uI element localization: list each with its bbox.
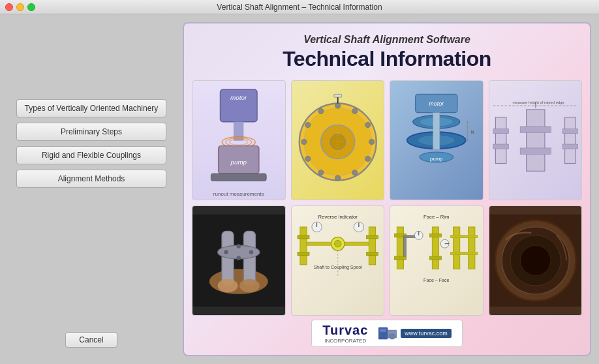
svg-rect-90 — [429, 234, 441, 237]
bearing-diagram: motor pump ht — [390, 80, 484, 200]
photo-svg — [192, 206, 285, 315]
content-title: Technical Information — [283, 47, 491, 71]
svg-point-17 — [335, 175, 340, 181]
svg-point-103 — [520, 245, 550, 275]
svg-rect-82 — [397, 227, 403, 269]
svg-point-62 — [237, 245, 241, 249]
svg-point-12 — [352, 108, 357, 114]
content-subtitle: Vertical Shaft Alignment Software — [303, 34, 470, 46]
tech-drawing-svg: measure height of raised edge — [489, 81, 582, 200]
svg-rect-105 — [380, 329, 386, 332]
svg-text:motor: motor — [230, 94, 247, 101]
window-title: Vertical Shaft Alignment – Technical Inf… — [217, 3, 382, 12]
preliminary-button[interactable]: Preliminary Steps — [16, 123, 166, 141]
svg-rect-89 — [432, 227, 438, 269]
svg-rect-68 — [298, 252, 309, 256]
diagram-grid: motor pump runout measurements — [192, 80, 582, 316]
coupling-svg — [292, 81, 384, 200]
svg-rect-98 — [451, 252, 478, 255]
svg-text:Face – Rim: Face – Rim — [423, 214, 449, 220]
svg-point-21 — [305, 122, 310, 127]
svg-rect-50 — [520, 148, 551, 154]
content-panel: Vertical Shaft Alignment Software Techni… — [183, 22, 591, 356]
motor-pump-svg: motor pump — [192, 81, 285, 200]
maximize-button[interactable] — [27, 3, 35, 11]
couplings-button[interactable]: Rigid and Flexible Couplings — [16, 146, 166, 164]
svg-text:ht: ht — [470, 130, 474, 134]
logo-website: www.turvac.com — [401, 329, 452, 338]
svg-point-58 — [218, 279, 238, 293]
svg-rect-91 — [429, 256, 441, 260]
svg-point-19 — [305, 156, 310, 161]
svg-point-74 — [334, 241, 341, 247]
svg-point-61 — [224, 250, 228, 254]
cancel-button[interactable]: Cancel — [65, 332, 117, 348]
face-rim-svg: Face – Rim — [390, 206, 483, 315]
close-button[interactable] — [5, 3, 13, 11]
face-rim-diagram: Face – Rim — [390, 205, 484, 316]
svg-point-13 — [365, 122, 370, 127]
svg-rect-49 — [520, 127, 551, 132]
svg-point-22 — [318, 108, 323, 114]
svg-rect-72 — [366, 252, 378, 256]
logo-area: Turvac INCORPORATED www.turvac.com — [311, 320, 463, 347]
svg-text:Reverse Indicator: Reverse Indicator — [318, 214, 358, 220]
svg-rect-86 — [404, 238, 407, 256]
bearing-svg: motor pump ht — [390, 81, 483, 200]
cylinder-photo — [489, 205, 583, 316]
svg-rect-47 — [562, 144, 578, 149]
svg-rect-95 — [453, 227, 459, 269]
hands-photo — [192, 205, 286, 316]
svg-rect-44 — [493, 144, 508, 149]
svg-rect-35 — [433, 113, 440, 150]
svg-text:Face – Face: Face – Face — [423, 278, 449, 282]
svg-rect-28 — [333, 94, 341, 97]
svg-rect-45 — [564, 117, 576, 164]
svg-point-20 — [301, 139, 306, 144]
coupling-diagram — [291, 80, 385, 200]
svg-rect-42 — [495, 117, 506, 164]
cylinder-svg — [489, 206, 582, 315]
svg-rect-71 — [366, 235, 378, 239]
svg-text:measure height of raised edge: measure height of raised edge — [512, 100, 564, 104]
svg-text:pump: pump — [230, 159, 247, 166]
reverse-indicator-svg: Reverse Indicator — [292, 206, 384, 315]
minimize-button[interactable] — [16, 3, 24, 11]
svg-point-16 — [352, 170, 357, 175]
svg-point-107 — [389, 334, 395, 339]
svg-point-14 — [369, 139, 374, 144]
logo-name: Turvac — [322, 323, 368, 338]
svg-text:motor: motor — [429, 100, 444, 107]
main-container: Types of Vertically Oriented Machinery P… — [0, 14, 599, 364]
svg-rect-70 — [369, 227, 375, 265]
alignment-button[interactable]: Alignment Methods — [16, 170, 166, 188]
svg-rect-97 — [451, 235, 478, 238]
svg-rect-96 — [468, 227, 475, 269]
svg-point-64 — [237, 256, 241, 260]
svg-point-59 — [239, 279, 260, 293]
svg-rect-66 — [300, 227, 306, 265]
runout-diagram: motor pump runout measurements — [192, 80, 286, 200]
traffic-lights — [5, 3, 35, 11]
svg-rect-43 — [493, 129, 508, 133]
title-bar: Vertical Shaft Alignment – Technical Inf… — [0, 0, 599, 14]
svg-point-63 — [249, 250, 253, 254]
svg-rect-46 — [562, 129, 578, 133]
svg-rect-67 — [298, 235, 309, 239]
svg-point-18 — [318, 170, 323, 175]
svg-point-11 — [335, 103, 340, 108]
logo-icon — [378, 326, 397, 341]
svg-rect-8 — [211, 174, 266, 181]
svg-rect-48 — [526, 110, 544, 171]
logo-incorporated: INCORPORATED — [324, 338, 366, 344]
svg-rect-84 — [394, 256, 406, 260]
svg-point-15 — [365, 156, 370, 161]
runout-label: runout measurements — [212, 190, 266, 198]
technical-drawing: measure height of raised edge — [489, 80, 583, 200]
svg-point-55 — [209, 269, 268, 294]
sidebar: Types of Vertically Oriented Machinery P… — [0, 14, 183, 364]
reverse-indicator-diagram: Reverse Indicator — [291, 205, 385, 316]
types-button[interactable]: Types of Vertically Oriented Machinery — [16, 99, 166, 117]
svg-text:pump: pump — [430, 156, 442, 162]
